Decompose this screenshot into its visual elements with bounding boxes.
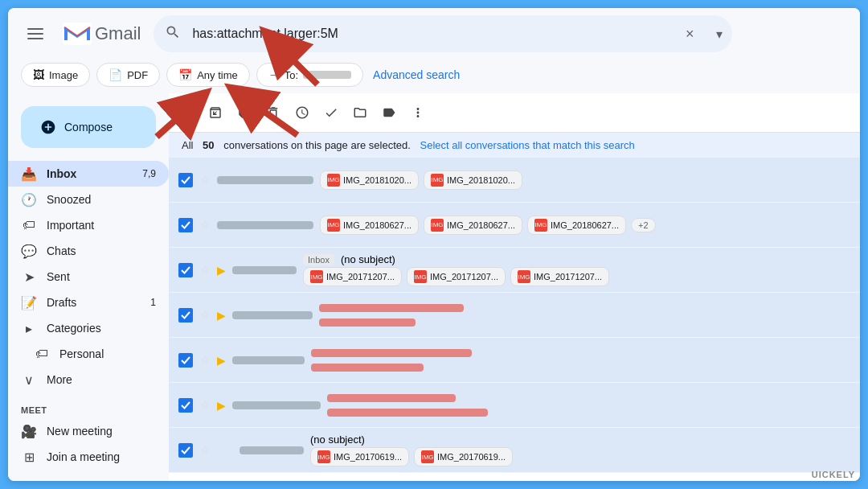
attachment-name: IMG_20171207... bbox=[326, 272, 395, 281]
attachment-chip: IMG IMG_20171207... bbox=[303, 267, 402, 286]
sidebar-item-more[interactable]: ∨ More bbox=[8, 367, 169, 392]
inbox-badge: Inbox bbox=[303, 254, 334, 265]
email-row[interactable]: ☆ ▶ bbox=[169, 293, 860, 338]
star-icon[interactable]: ☆ bbox=[199, 442, 211, 458]
sender-name bbox=[217, 176, 313, 184]
star-icon[interactable]: ☆ bbox=[199, 397, 211, 413]
row-checkbox[interactable] bbox=[178, 263, 193, 277]
attachment-icon: IMG bbox=[317, 450, 330, 463]
sidebar-item-drafts[interactable]: 📝 Drafts 1 bbox=[8, 290, 169, 315]
sidebar-item-categories[interactable]: ▸ Categories bbox=[8, 315, 169, 341]
star-icon[interactable]: ☆ bbox=[199, 217, 211, 232]
attachment-chip: IMG IMG_20171207... bbox=[407, 267, 506, 286]
attachment-icon: IMG bbox=[431, 174, 444, 187]
mark-done-button[interactable] bbox=[318, 100, 344, 125]
attachment-icon: IMG bbox=[414, 270, 427, 283]
attachment-chip: IMG IMG_20170619... bbox=[414, 447, 513, 466]
row-checkbox[interactable] bbox=[178, 353, 193, 368]
email-row[interactable]: ☆ ▶ bbox=[169, 383, 860, 428]
star-icon[interactable]: ☆ bbox=[199, 352, 211, 368]
drafts-count: 1 bbox=[150, 297, 156, 308]
spam-button[interactable] bbox=[231, 100, 257, 125]
menu-button[interactable] bbox=[21, 19, 50, 48]
sent-label: Sent bbox=[47, 270, 156, 283]
svg-rect-0 bbox=[27, 28, 43, 30]
compose-button[interactable]: Compose bbox=[21, 106, 156, 148]
gmail-logo-text: Gmail bbox=[95, 23, 141, 44]
filter-chip-anytime-label: Any time bbox=[197, 69, 238, 81]
email-row[interactable]: ☆ (no subject) IMG IMG_20170619... IMG bbox=[169, 428, 860, 473]
email-subject: (no subject) bbox=[341, 253, 395, 265]
attachment-list: IMG IMG_20181020... IMG IMG_20181020... bbox=[320, 171, 850, 190]
selection-middle: conversations on this page are selected. bbox=[223, 139, 411, 151]
delete-button[interactable] bbox=[260, 100, 286, 125]
grid-icon: ⊞ bbox=[21, 450, 37, 465]
email-content bbox=[327, 392, 850, 418]
attachment-chip: IMG IMG_20181020... bbox=[320, 171, 419, 190]
email-row[interactable]: ☆ ▶ Inbox (no subject) IMG IMG_20171207.… bbox=[169, 248, 860, 293]
select-all-checkbox[interactable]: ▾ bbox=[178, 105, 199, 120]
email-row[interactable]: ☆ IMG IMG_20180627... IMG IMG_20180627..… bbox=[169, 203, 860, 248]
attachment-list: IMG IMG_20170619... IMG IMG_20170619... bbox=[310, 447, 850, 466]
search-clear-button[interactable]: × bbox=[686, 26, 694, 43]
watermark: UICKELY bbox=[812, 470, 855, 479]
labels-button[interactable] bbox=[376, 100, 402, 125]
sidebar-item-new-meeting[interactable]: 🎥 New meeting bbox=[8, 418, 169, 444]
sender-name bbox=[240, 446, 304, 454]
sidebar-item-chats[interactable]: 💬 Chats bbox=[8, 238, 169, 264]
calendar-icon: 📅 bbox=[178, 68, 192, 81]
star-icon[interactable]: ☆ bbox=[199, 172, 211, 187]
filter-chip-image[interactable]: 🖼 Image bbox=[21, 63, 90, 87]
filter-chip-pdf-label: PDF bbox=[127, 69, 148, 81]
attachment-name: IMG_20170619... bbox=[437, 452, 506, 462]
sidebar-item-inbox[interactable]: 📥 Inbox 7,9 bbox=[8, 161, 169, 187]
email-row[interactable]: ☆ ▶ bbox=[169, 338, 860, 383]
select-dropdown-arrow[interactable]: ▾ bbox=[194, 107, 199, 118]
star-icon[interactable]: ☆ bbox=[199, 262, 211, 277]
select-all-link[interactable]: Select all conversations that match this… bbox=[420, 139, 635, 151]
row-checkbox[interactable] bbox=[178, 398, 193, 413]
attachment-name: IMG_20171207... bbox=[534, 272, 602, 281]
sidebar-item-personal[interactable]: 🏷 Personal bbox=[8, 341, 169, 367]
attachment-name: IMG_20180627... bbox=[343, 220, 411, 230]
email-toolbar: ▾ bbox=[169, 93, 860, 133]
filter-chip-to[interactable]: → To: bbox=[256, 63, 363, 87]
filter-chip-anytime[interactable]: 📅 Any time bbox=[166, 63, 250, 87]
chats-icon: 💬 bbox=[21, 244, 37, 259]
blurred-content bbox=[319, 318, 416, 327]
row-checkbox[interactable] bbox=[178, 308, 193, 323]
move-to-button[interactable] bbox=[347, 100, 373, 125]
archive-button[interactable] bbox=[203, 100, 228, 125]
search-dropdown-button[interactable]: ▾ bbox=[716, 27, 723, 42]
selection-prefix: All bbox=[182, 139, 193, 151]
search-input[interactable] bbox=[154, 15, 732, 52]
blurred-content bbox=[327, 409, 488, 417]
more-options-button[interactable] bbox=[405, 100, 431, 125]
filter-chip-pdf[interactable]: 📄 PDF bbox=[96, 63, 160, 87]
snooze-time-button[interactable] bbox=[289, 100, 315, 125]
categories-expand-icon: ▸ bbox=[21, 321, 37, 336]
meet-section-label: Meet bbox=[8, 392, 169, 418]
sidebar-item-sent[interactable]: ➤ Sent bbox=[8, 264, 169, 290]
svg-rect-1 bbox=[27, 33, 43, 35]
snoozed-icon: 🕐 bbox=[21, 192, 37, 208]
attachment-name: IMG_20171207... bbox=[430, 272, 498, 281]
sidebar-item-join-meeting[interactable]: ⊞ Join a meeting bbox=[8, 444, 169, 470]
chats-label: Chats bbox=[47, 244, 156, 257]
star-icon[interactable]: ☆ bbox=[199, 307, 211, 323]
row-checkbox[interactable] bbox=[178, 173, 193, 187]
sidebar-item-snoozed[interactable]: 🕐 Snoozed bbox=[8, 187, 169, 212]
search-icon bbox=[165, 24, 181, 43]
checkbox[interactable] bbox=[178, 105, 193, 120]
row-checkbox[interactable] bbox=[178, 218, 193, 232]
filter-bar: 🖼 Image 📄 PDF 📅 Any time → To: Advanced … bbox=[8, 60, 860, 93]
attachment-list: IMG IMG_20171207... IMG IMG_20171207... … bbox=[303, 267, 850, 286]
forward-icon: ▶ bbox=[217, 264, 226, 277]
advanced-search-link[interactable]: Advanced search bbox=[373, 68, 460, 81]
email-row[interactable]: ☆ IMG IMG_20181020... IMG IMG_20181020..… bbox=[169, 158, 860, 203]
row-checkbox[interactable] bbox=[178, 443, 193, 458]
sidebar-item-important[interactable]: 🏷 Important bbox=[8, 212, 169, 238]
hangouts-section-label: Hangouts bbox=[8, 470, 169, 481]
categories-label: Categories bbox=[47, 322, 156, 335]
join-meeting-label: Join a meeting bbox=[47, 450, 156, 463]
